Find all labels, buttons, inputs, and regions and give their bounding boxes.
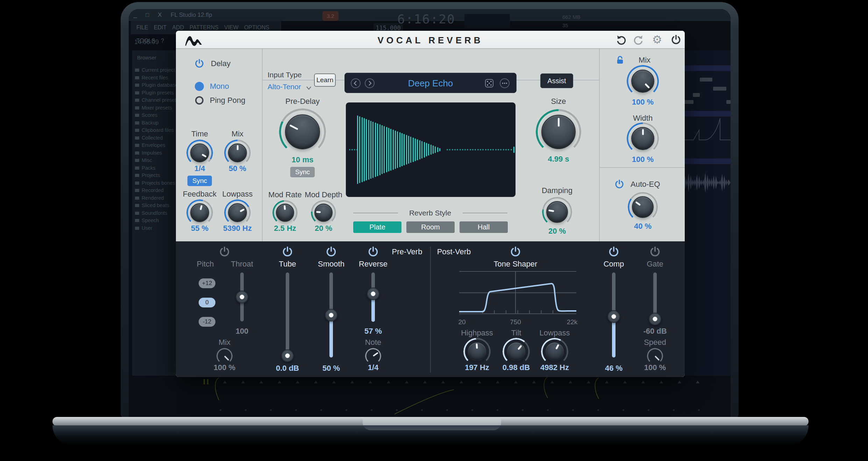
mono-radio[interactable] (195, 82, 204, 91)
fl-browser-item[interactable]: Impulses (135, 150, 179, 158)
pitch-minus12-button[interactable]: -12 (199, 317, 215, 327)
auto-eq-label: Auto-EQ (631, 180, 660, 189)
fl-toolbar-icons[interactable]: 3.2 (286, 11, 375, 33)
damping-knob[interactable] (542, 197, 572, 227)
fl-browser-item[interactable]: Projects (135, 172, 179, 180)
auto-eq-knob[interactable] (628, 192, 658, 222)
tilt-knob[interactable] (503, 338, 530, 365)
reverse-power-icon[interactable] (367, 246, 379, 258)
fl-browser-item[interactable]: Current project (135, 67, 179, 75)
settings-gear-icon[interactable]: ⚙ (652, 33, 663, 44)
style-room-button[interactable]: Room (406, 221, 455, 233)
fl-browser-item[interactable]: Clipboard files (135, 127, 179, 135)
fl-browser-item[interactable]: Envelopes (135, 142, 179, 150)
fl-browser-item[interactable]: Soundfonts (135, 210, 179, 218)
fl-browser-item[interactable]: Plugin database (135, 82, 179, 90)
fl-menu-item[interactable]: EDIT (154, 21, 166, 34)
fl-browser-item[interactable]: Scores (135, 112, 179, 120)
smooth-slider[interactable] (325, 272, 337, 357)
reverse-value: 57 % (364, 327, 382, 336)
delay-power-icon[interactable] (194, 58, 205, 69)
predelay-knob[interactable] (279, 108, 326, 155)
folder-icon (135, 129, 139, 132)
pitch-mix-knob[interactable] (216, 348, 233, 364)
fl-browser-item[interactable]: Channel presets (135, 97, 179, 105)
smooth-power-icon[interactable] (325, 246, 337, 258)
redo-icon[interactable] (633, 34, 644, 45)
size-value: 4.99 s (548, 155, 569, 164)
gate-power-icon[interactable] (649, 246, 661, 258)
undo-icon[interactable] (616, 34, 627, 45)
time-label: Time (191, 129, 208, 139)
fl-oscilloscope (464, 14, 510, 28)
fl-browser-item[interactable]: Mixer presets (135, 105, 179, 113)
fl-window-controls[interactable]: _ □ X (134, 9, 165, 21)
fl-menu-item[interactable]: ? (161, 34, 164, 48)
fl-browser-item[interactable]: Collected (135, 135, 179, 143)
style-plate-button[interactable]: Plate (353, 221, 401, 233)
delay-lowpass-knob[interactable] (224, 199, 251, 226)
ping-pong-label[interactable]: Ping Pong (210, 96, 246, 105)
fl-browser-item[interactable]: User (135, 225, 179, 233)
reverse-slider[interactable] (367, 272, 379, 322)
auto-eq-power-icon[interactable] (614, 179, 625, 190)
comp-slider[interactable] (607, 272, 620, 357)
fl-browser-item[interactable]: Backup (135, 120, 179, 128)
fl-browser-item[interactable]: Plugin presets (135, 90, 179, 98)
fl-menu-item[interactable]: FILE (136, 21, 148, 34)
fl-memory: 662 MB (562, 14, 581, 20)
highpass-knob[interactable] (463, 338, 491, 365)
gate-value: -60 dB (643, 327, 667, 336)
delay-mix-knob[interactable] (224, 140, 251, 166)
fl-browser-item[interactable]: Packs (135, 165, 179, 173)
pitch-power-icon[interactable] (219, 246, 230, 258)
fl-browser-item[interactable]: Misc (135, 157, 179, 165)
output-mix-knob[interactable] (627, 65, 659, 97)
style-hall-button[interactable]: Hall (460, 221, 508, 233)
plugin-power-icon[interactable] (670, 34, 682, 45)
learn-button[interactable]: Learn (314, 73, 336, 87)
auto-eq-value: 40 % (634, 222, 652, 231)
ping-pong-radio[interactable] (195, 96, 204, 105)
fl-browser-item[interactable]: Sliced beats (135, 203, 179, 210)
fl-browser-item[interactable]: Recorded (135, 187, 179, 195)
randomize-dice-icon[interactable] (484, 78, 495, 88)
preset-menu-icon[interactable] (499, 78, 510, 88)
tone-shaper-power-icon[interactable] (510, 246, 521, 258)
fl-browser-item[interactable]: Recent files (135, 75, 179, 83)
fl-browser-item[interactable]: Speech (135, 218, 179, 225)
damping-value: 20 % (548, 227, 566, 236)
pitch-plus12-button[interactable]: +12 (199, 278, 215, 288)
lowpass-knob[interactable] (541, 338, 568, 365)
assist-button[interactable]: Assist (540, 73, 573, 88)
mod-depth-knob[interactable] (311, 200, 336, 225)
folder-icon (135, 106, 139, 109)
size-knob[interactable] (536, 109, 581, 155)
input-type-label: Input Type (268, 71, 302, 79)
reverse-label: Reverse (359, 260, 387, 269)
folder-icon (135, 121, 139, 125)
mono-label[interactable]: Mono (210, 82, 229, 91)
note-knob[interactable] (365, 348, 381, 364)
fl-browser-item[interactable]: Rendered (135, 195, 179, 203)
comp-power-icon[interactable] (608, 246, 620, 258)
tube-slider[interactable] (281, 272, 294, 360)
throat-label: Throat (231, 260, 253, 269)
gate-slider[interactable] (649, 272, 661, 322)
input-type-dropdown[interactable]: Alto-Tenor (268, 83, 312, 91)
pitch-zero-button[interactable]: 0 (199, 298, 215, 307)
mod-rate-knob[interactable] (272, 200, 298, 225)
speed-knob[interactable] (647, 348, 663, 364)
delay-sync-button[interactable]: Sync (187, 176, 212, 186)
width-knob[interactable] (627, 122, 659, 155)
time-knob[interactable] (186, 140, 213, 166)
feedback-knob[interactable] (186, 199, 213, 226)
predelay-sync-button[interactable]: Sync (290, 167, 315, 177)
fl-browser-item[interactable]: Projects bones (135, 180, 179, 188)
folder-icon (135, 136, 139, 140)
tone-shaper-graph[interactable] (459, 271, 576, 314)
throat-slider[interactable] (236, 272, 248, 321)
tube-power-icon[interactable] (282, 246, 293, 258)
mix-lock-icon[interactable] (615, 55, 625, 66)
fl-browser-panel: Browser Current projectRecent filesPlugi… (132, 50, 178, 376)
